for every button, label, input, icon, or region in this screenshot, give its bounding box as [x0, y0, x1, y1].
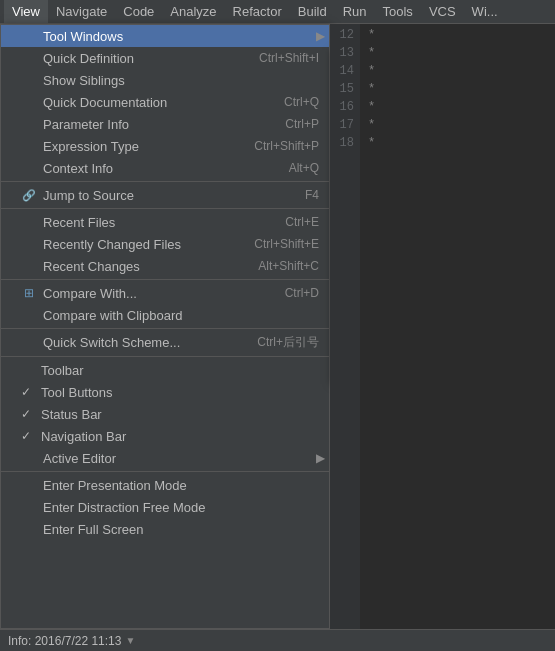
menu-item-full-screen[interactable]: Enter Full Screen — [1, 518, 329, 540]
separator-5 — [1, 356, 329, 357]
separator-4 — [1, 328, 329, 329]
menu-item-status-bar[interactable]: ✓ Status Bar — [1, 403, 329, 425]
active-editor-left: Active Editor — [21, 450, 116, 466]
status-bar-label: Status Bar — [41, 407, 102, 422]
toolbar-left: Toolbar — [21, 363, 84, 378]
presentation-mode-label: Enter Presentation Mode — [43, 478, 187, 493]
line-number-15: 15 — [330, 80, 360, 98]
parameter-info-shortcut: Ctrl+P — [285, 117, 319, 131]
menu-item-recently-changed[interactable]: Recently Changed Files Ctrl+Shift+E — [1, 233, 329, 255]
recent-files-shortcut: Ctrl+E — [285, 215, 319, 229]
toolbar-check — [21, 363, 35, 377]
separator-2 — [1, 208, 329, 209]
status-dropdown-arrow[interactable]: ▼ — [125, 635, 135, 646]
menu-item-compare-with[interactable]: ⊞ Compare With... Ctrl+D — [1, 282, 329, 304]
quick-documentation-shortcut: Ctrl+Q — [284, 95, 319, 109]
tool-buttons-left: ✓ Tool Buttons — [21, 385, 113, 400]
menu-refactor[interactable]: Refactor — [225, 0, 290, 23]
main-area: Tool Windows ▶ Quick Definition Ctrl+Shi… — [0, 24, 555, 629]
menu-item-compare-clipboard[interactable]: Compare with Clipboard — [1, 304, 329, 326]
editor-area: 12 13 14 15 16 17 18 * * * * * * * — [330, 24, 555, 629]
compare-with-shortcut: Ctrl+D — [285, 286, 319, 300]
menu-item-quick-documentation[interactable]: Quick Documentation Ctrl+Q — [1, 91, 329, 113]
menu-vcs[interactable]: VCS — [421, 0, 464, 23]
menu-item-tool-windows-left: Tool Windows — [21, 28, 123, 44]
separator-1 — [1, 181, 329, 182]
full-screen-left: Enter Full Screen — [21, 521, 143, 537]
menu-code[interactable]: Code — [115, 0, 162, 23]
menu-view[interactable]: View — [4, 0, 48, 23]
menu-item-quick-definition[interactable]: Quick Definition Ctrl+Shift+I — [1, 47, 329, 69]
code-line-17: * — [368, 116, 547, 134]
recently-changed-icon — [21, 236, 37, 252]
context-info-icon — [21, 160, 37, 176]
menu-tools[interactable]: Tools — [375, 0, 421, 23]
menu-wi[interactable]: Wi... — [464, 0, 506, 23]
menu-item-context-info[interactable]: Context Info Alt+Q — [1, 157, 329, 179]
code-content: * * * * * * * — [360, 24, 555, 629]
menu-item-toolbar[interactable]: Toolbar — [1, 359, 329, 381]
recent-files-icon — [21, 214, 37, 230]
tool-windows-arrow: ▶ — [316, 29, 325, 43]
distraction-free-left: Enter Distraction Free Mode — [21, 499, 206, 515]
menu-item-quick-switch[interactable]: Quick Switch Scheme... Ctrl+后引号 — [1, 331, 329, 354]
quick-switch-label: Quick Switch Scheme... — [43, 335, 180, 350]
jump-to-source-label: Jump to Source — [43, 188, 134, 203]
menu-item-distraction-free[interactable]: Enter Distraction Free Mode — [1, 496, 329, 518]
menu-item-expression-type[interactable]: Expression Type Ctrl+Shift+P — [1, 135, 329, 157]
menu-build[interactable]: Build — [290, 0, 335, 23]
menu-item-navigation-bar[interactable]: ✓ Navigation Bar — [1, 425, 329, 447]
menu-item-show-siblings[interactable]: Show Siblings — [1, 69, 329, 91]
jump-to-source-icon: 🔗 — [21, 187, 37, 203]
menu-bar: View Navigate Code Analyze Refactor Buil… — [0, 0, 555, 24]
distraction-free-label: Enter Distraction Free Mode — [43, 500, 206, 515]
quick-documentation-left: Quick Documentation — [21, 94, 167, 110]
menu-item-active-editor[interactable]: Active Editor ▶ — [1, 447, 329, 469]
menu-item-tool-buttons[interactable]: ✓ Tool Buttons — [1, 381, 329, 403]
line-number-12: 12 — [330, 26, 360, 44]
recently-changed-shortcut: Ctrl+Shift+E — [254, 237, 319, 251]
code-line-15: * — [368, 80, 547, 98]
status-info: Info: 2016/7/22 11:13 ▼ — [8, 634, 135, 648]
distraction-free-icon — [21, 499, 37, 515]
expression-type-label: Expression Type — [43, 139, 139, 154]
quick-documentation-label: Quick Documentation — [43, 95, 167, 110]
compare-clipboard-left: Compare with Clipboard — [21, 307, 182, 323]
line-number-17: 17 — [330, 116, 360, 134]
recently-changed-left: Recently Changed Files — [21, 236, 181, 252]
menu-navigate[interactable]: Navigate — [48, 0, 115, 23]
recent-files-label: Recent Files — [43, 215, 115, 230]
menu-item-recent-files[interactable]: Recent Files Ctrl+E — [1, 211, 329, 233]
navigation-bar-left: ✓ Navigation Bar — [21, 429, 126, 444]
context-info-label: Context Info — [43, 161, 113, 176]
menu-item-presentation-mode[interactable]: Enter Presentation Mode — [1, 474, 329, 496]
code-line-18: * — [368, 134, 547, 152]
menu-item-tool-windows[interactable]: Tool Windows ▶ — [1, 25, 329, 47]
toolbar-label: Toolbar — [41, 363, 84, 378]
expression-type-shortcut: Ctrl+Shift+P — [254, 139, 319, 153]
line-number-16: 16 — [330, 98, 360, 116]
show-siblings-icon — [21, 72, 37, 88]
menu-item-recent-changes[interactable]: Recent Changes Alt+Shift+C — [1, 255, 329, 277]
full-screen-icon — [21, 521, 37, 537]
navigation-bar-check: ✓ — [21, 429, 35, 443]
code-line-13: * — [368, 44, 547, 62]
quick-definition-shortcut: Ctrl+Shift+I — [259, 51, 319, 65]
compare-with-icon: ⊞ — [21, 285, 37, 301]
menu-analyze[interactable]: Analyze — [162, 0, 224, 23]
active-editor-icon — [21, 450, 37, 466]
presentation-mode-icon — [21, 477, 37, 493]
line-number-14: 14 — [330, 62, 360, 80]
menu-item-parameter-info[interactable]: Parameter Info Ctrl+P — [1, 113, 329, 135]
code-line-12: * — [368, 26, 547, 44]
compare-clipboard-icon — [21, 307, 37, 323]
quick-switch-left: Quick Switch Scheme... — [21, 335, 180, 351]
code-line-14: * — [368, 62, 547, 80]
status-text: Info: 2016/7/22 11:13 — [8, 634, 121, 648]
menu-item-jump-to-source[interactable]: 🔗 Jump to Source F4 — [1, 184, 329, 206]
tool-buttons-label: Tool Buttons — [41, 385, 113, 400]
menu-run[interactable]: Run — [335, 0, 375, 23]
quick-definition-icon — [21, 50, 37, 66]
compare-with-label: Compare With... — [43, 286, 137, 301]
context-info-shortcut: Alt+Q — [289, 161, 319, 175]
